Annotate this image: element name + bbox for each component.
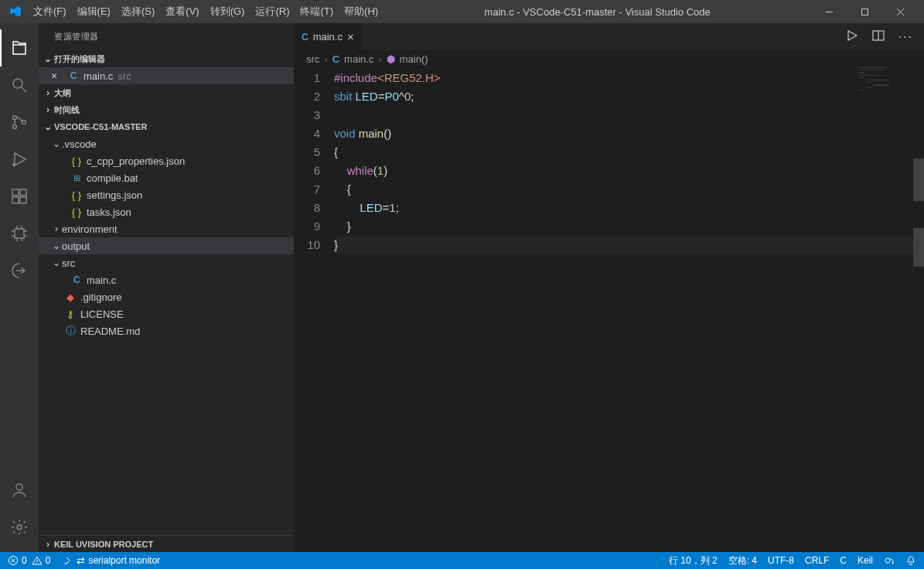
- close-button[interactable]: [882, 0, 918, 23]
- close-icon[interactable]: ×: [51, 70, 63, 82]
- file-item[interactable]: ⚷LICENSE: [39, 305, 294, 322]
- function-icon: ⬢: [387, 53, 395, 65]
- explorer-icon[interactable]: [0, 29, 39, 66]
- chevron-right-icon: ›: [42, 104, 54, 115]
- menu-item[interactable]: 终端(T): [295, 5, 339, 19]
- window-title: main.c - VSCode-C51-master - Visual Stud…: [384, 6, 811, 18]
- svg-rect-9: [20, 189, 26, 196]
- tab-bar: C main.c × ···: [294, 23, 924, 50]
- file-item[interactable]: Cmain.c: [39, 271, 294, 288]
- file-item[interactable]: { }tasks.json: [39, 203, 294, 220]
- run-debug-icon[interactable]: [0, 141, 39, 178]
- file-item[interactable]: { }c_cpp_properties.json: [39, 152, 294, 169]
- open-editors-header[interactable]: ⌄打开的编辑器: [39, 50, 294, 67]
- file-item[interactable]: ⓘREADME.md: [39, 322, 294, 339]
- scroll-thumb[interactable]: [913, 228, 924, 267]
- menu-item[interactable]: 编辑(E): [72, 5, 116, 19]
- chevron-down-icon: ⌄: [42, 121, 54, 132]
- chevron-down-icon: ⌄: [51, 138, 62, 149]
- file-item[interactable]: ⊞compile.bat: [39, 169, 294, 186]
- close-tab-icon[interactable]: ×: [347, 30, 354, 43]
- svg-point-1: [13, 79, 22, 88]
- keil-item[interactable]: Keil: [858, 555, 873, 566]
- file-tree: ⌄.vscode { }c_cpp_properties.json ⊞compi…: [39, 135, 294, 535]
- c-file-icon: C: [70, 274, 84, 285]
- serial-item[interactable]: ⇄serialport monitor: [63, 555, 160, 567]
- folder-item[interactable]: ⌄output: [39, 237, 294, 254]
- tab[interactable]: C main.c ×: [294, 23, 363, 50]
- account-icon[interactable]: [0, 472, 39, 509]
- more-icon[interactable]: ···: [898, 30, 913, 44]
- folder-item[interactable]: ⌄src: [39, 254, 294, 271]
- minimap[interactable]: [859, 67, 913, 90]
- export-icon[interactable]: [0, 252, 39, 289]
- json-file-icon: { }: [70, 206, 84, 218]
- maximize-button[interactable]: [847, 0, 882, 23]
- json-file-icon: { }: [70, 189, 84, 201]
- bell-icon[interactable]: [905, 555, 916, 566]
- keil-header[interactable]: ›KEIL UVISION PROJECT: [39, 535, 294, 552]
- minimize-button[interactable]: [811, 0, 847, 23]
- info-file-icon: ⓘ: [63, 324, 77, 338]
- menu-item[interactable]: 转到(G): [205, 5, 251, 19]
- menu-item[interactable]: 运行(R): [250, 5, 295, 19]
- file-item[interactable]: { }settings.json: [39, 186, 294, 203]
- folder-item[interactable]: ⌄.vscode: [39, 135, 294, 152]
- feedback-icon[interactable]: [884, 555, 895, 566]
- line-gutter: 12345678910: [294, 69, 334, 552]
- chevron-down-icon: ⌄: [51, 240, 62, 251]
- timeline-header[interactable]: ›时间线: [39, 101, 294, 118]
- chevron-right-icon: ›: [51, 223, 62, 234]
- c-file-icon: C: [66, 70, 80, 81]
- svg-point-3: [13, 125, 17, 129]
- svg-point-5: [12, 163, 15, 166]
- code-editor[interactable]: 12345678910 #include<REG52.H>sbit LED=P0…: [294, 67, 924, 552]
- open-editors-list: × C main.c src: [39, 67, 294, 84]
- svg-point-11: [16, 484, 22, 490]
- errors-item[interactable]: 0: [8, 555, 27, 566]
- scrollbar-vertical[interactable]: [913, 50, 924, 552]
- project-header[interactable]: ⌄VSCODE-C51-MASTER: [39, 118, 294, 135]
- settings-gear-icon[interactable]: [0, 509, 39, 546]
- code-lines: #include<REG52.H>sbit LED=P0^0;void main…: [334, 69, 924, 552]
- spaces-item[interactable]: 空格: 4: [728, 554, 757, 567]
- bat-file-icon: ⊞: [70, 173, 84, 183]
- svg-rect-6: [12, 189, 19, 196]
- chevron-down-icon: ⌄: [42, 53, 54, 64]
- svg-point-15: [885, 558, 890, 563]
- source-control-icon[interactable]: [0, 104, 39, 141]
- breadcrumb[interactable]: src › C main.c › ⬢ main(): [294, 50, 924, 67]
- c-file-icon: C: [302, 32, 309, 43]
- license-file-icon: ⚷: [63, 308, 77, 320]
- menu-item[interactable]: 查看(V): [160, 5, 204, 19]
- svg-rect-10: [15, 229, 24, 238]
- svg-rect-7: [12, 197, 19, 203]
- menu-item[interactable]: 文件(F): [28, 5, 72, 19]
- encoding-item[interactable]: UTF-8: [768, 555, 794, 566]
- lang-item[interactable]: C: [840, 555, 847, 566]
- chevron-right-icon: ›: [42, 87, 54, 98]
- chevron-right-icon: ›: [324, 53, 327, 65]
- svg-rect-0: [861, 9, 868, 15]
- menu-item[interactable]: 帮助(H): [339, 5, 384, 19]
- sidebar-title: 资源管理器: [39, 23, 294, 50]
- warnings-item[interactable]: 0: [32, 555, 51, 566]
- file-item[interactable]: ◆.gitignore: [39, 288, 294, 305]
- chip-icon[interactable]: [0, 215, 39, 252]
- split-editor-icon[interactable]: [872, 29, 885, 44]
- cursor-pos-item[interactable]: 行 10，列 2: [669, 554, 718, 567]
- run-icon[interactable]: [846, 29, 858, 44]
- search-icon[interactable]: [0, 66, 39, 104]
- folder-item[interactable]: ›environment: [39, 220, 294, 237]
- scroll-thumb[interactable]: [913, 158, 924, 201]
- title-bar: 文件(F)编辑(E)选择(S)查看(V)转到(G)运行(R)终端(T)帮助(H)…: [0, 0, 924, 23]
- extensions-icon[interactable]: [0, 178, 39, 215]
- menu-item[interactable]: 选择(S): [116, 5, 160, 19]
- svg-point-12: [17, 525, 22, 530]
- activity-bar: [0, 23, 39, 552]
- eol-item[interactable]: CRLF: [805, 555, 829, 566]
- outline-header[interactable]: ›大纲: [39, 84, 294, 101]
- open-editor-item[interactable]: × C main.c src: [39, 67, 294, 84]
- menu-bar: 文件(F)编辑(E)选择(S)查看(V)转到(G)运行(R)终端(T)帮助(H): [28, 5, 384, 19]
- svg-point-2: [13, 116, 17, 120]
